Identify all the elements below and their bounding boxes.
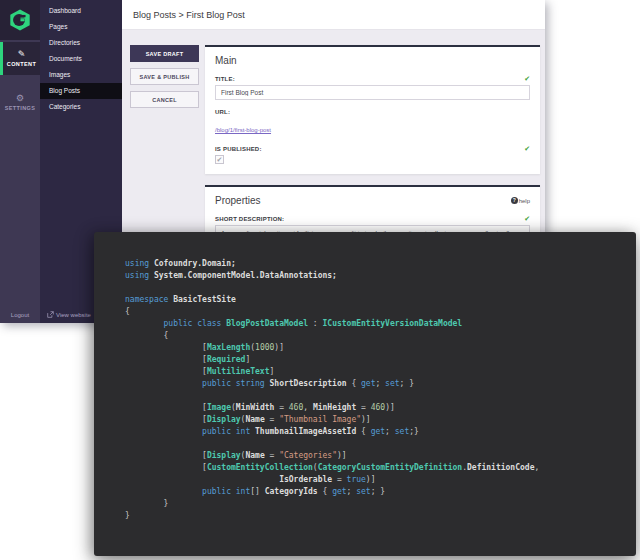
- nav-section-label: SETTINGS: [5, 105, 36, 111]
- published-label: IS PUBLISHED:: [215, 146, 262, 152]
- code-line: public string ShortDescription { get; se…: [125, 378, 628, 390]
- help-button[interactable]: ? help: [511, 197, 530, 204]
- sidebar-icon-rail: ✎ CONTENT ⚙ SETTINGS Logout: [0, 0, 40, 323]
- valid-check-icon: ✔: [524, 215, 530, 222]
- panel-title: Properties: [215, 195, 261, 206]
- logout-button[interactable]: Logout: [0, 312, 40, 318]
- code-line: {: [125, 330, 628, 342]
- sidebar-item-blog-posts[interactable]: Blog Posts: [40, 83, 122, 99]
- code-line: [MaxLength(1000)]: [125, 342, 628, 354]
- sidebar-item-pages[interactable]: Pages: [40, 19, 122, 35]
- code-line: public class BlogPostDataModel : ICustom…: [125, 318, 628, 330]
- gear-icon: ⚙: [16, 94, 24, 103]
- sidebar-item-directories[interactable]: Directories: [40, 35, 122, 51]
- logo-block[interactable]: [0, 0, 40, 40]
- breadcrumb: Blog Posts > First Blog Post: [122, 0, 545, 30]
- title-input[interactable]: [215, 85, 530, 100]
- code-line: [Display(Name = "Thumbnail Image")]: [125, 414, 628, 426]
- code-line: [125, 282, 628, 294]
- code-editor[interactable]: using Cofoundry.Domain;using System.Comp…: [125, 258, 628, 522]
- code-line: }: [125, 510, 628, 522]
- url-link[interactable]: /blog/1/first-blog-post: [215, 127, 271, 133]
- view-website-label: View website: [56, 312, 91, 318]
- code-line: [125, 390, 628, 402]
- title-label: TITLE:: [215, 76, 235, 82]
- code-line: [125, 438, 628, 450]
- url-label: URL:: [215, 109, 230, 115]
- nav-section-label: CONTENT: [7, 61, 36, 67]
- code-line: [CustomEntityCollection(CategoryCustomEn…: [125, 462, 628, 474]
- pencil-icon: ✎: [18, 50, 26, 59]
- code-line: public int ThumbnailImageAssetId { get; …: [125, 426, 628, 438]
- cofoundry-logo-icon: [8, 8, 32, 32]
- cancel-button[interactable]: CANCEL: [130, 91, 199, 108]
- save-publish-button[interactable]: SAVE & PUBLISH: [130, 68, 199, 85]
- nav-section-settings[interactable]: ⚙ SETTINGS: [0, 86, 40, 119]
- code-line: [Image(MinWidth = 460, MinHeight = 460)]: [125, 402, 628, 414]
- view-website-link[interactable]: View website: [47, 311, 91, 318]
- help-label: help: [519, 198, 530, 204]
- sidebar-item-dashboard[interactable]: Dashboard: [40, 3, 122, 19]
- action-buttons: SAVE DRAFT SAVE & PUBLISH CANCEL: [130, 45, 199, 114]
- code-line: IsOrderable = true)]: [125, 474, 628, 486]
- code-panel: using Cofoundry.Domain;using System.Comp…: [94, 232, 636, 556]
- valid-check-icon: ✔: [524, 145, 530, 152]
- short-description-label: SHORT DESCRIPTION:: [215, 216, 284, 222]
- sidebar-item-images[interactable]: Images: [40, 67, 122, 83]
- code-line: [MultilineText]: [125, 366, 628, 378]
- code-line: namespace BasicTestSite: [125, 294, 628, 306]
- sidebar-item-documents[interactable]: Documents: [40, 51, 122, 67]
- code-line: [Required]: [125, 354, 628, 366]
- save-draft-button[interactable]: SAVE DRAFT: [130, 45, 199, 62]
- code-line: }: [125, 498, 628, 510]
- sidebar-item-categories[interactable]: Categories: [40, 99, 122, 115]
- nav-section-content[interactable]: ✎ CONTENT: [0, 42, 40, 75]
- question-icon: ?: [511, 197, 518, 204]
- main-panel: Main TITLE: ✔ URL: /blog/1/first-blog-po…: [205, 45, 540, 174]
- code-line: using Cofoundry.Domain;: [125, 258, 628, 270]
- valid-check-icon: ✔: [524, 75, 530, 82]
- external-link-icon: [47, 311, 54, 318]
- code-line: public int[] CategoryIds { get; set; }: [125, 486, 628, 498]
- published-checkbox[interactable]: ✔: [215, 155, 224, 164]
- code-line: using System.ComponentModel.DataAnnotati…: [125, 270, 628, 282]
- code-line: {: [125, 306, 628, 318]
- code-line: [Display(Name = "Categories")]: [125, 450, 628, 462]
- panel-title: Main: [215, 55, 237, 66]
